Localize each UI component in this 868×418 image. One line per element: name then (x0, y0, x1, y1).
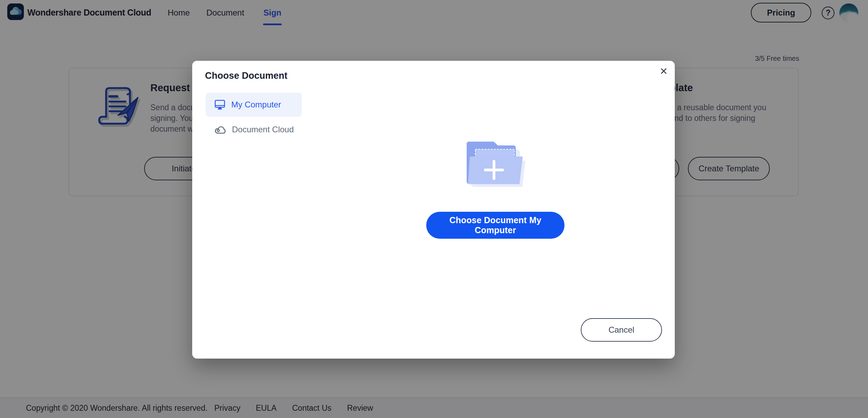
cloud-icon (214, 125, 226, 134)
dialog-title: Choose Document (205, 70, 288, 81)
source-item-my-computer[interactable]: My Computer (206, 93, 302, 117)
choose-document-my-computer-button[interactable]: Choose Document My Computer (426, 212, 564, 239)
choose-document-dialog: Choose Document ✕ My Computer Document C… (192, 61, 675, 359)
cancel-button[interactable]: Cancel (581, 318, 662, 342)
upload-folder-dropzone[interactable] (459, 134, 525, 191)
monitor-icon (214, 99, 225, 110)
folder-plus-icon (459, 134, 525, 190)
source-item-label: My Computer (231, 100, 281, 110)
source-item-document-cloud[interactable]: Document Cloud (206, 117, 302, 142)
close-icon[interactable]: ✕ (656, 64, 671, 79)
source-item-label: Document Cloud (232, 125, 294, 134)
